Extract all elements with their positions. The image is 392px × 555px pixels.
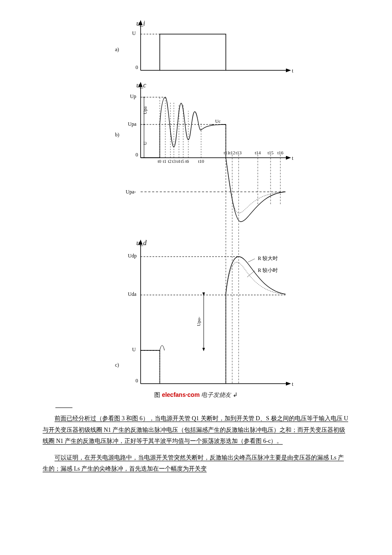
- paragraph-2: 可以证明，在开关电源电路中，当电源开关管突然关断时，反激输出尖峰高压脉冲主要是由…: [43, 452, 349, 475]
- p1-text: 前面已经分析过（参看图 3 和图 6），当电源开关管 Q1 关断时，加到开关管 …: [43, 415, 348, 444]
- tick-Up: Up: [130, 93, 136, 99]
- p2-text: 可以证明，在开关电源电路中，当电源开关管突然关断时，反激输出尖峰高压脉冲主要是由…: [43, 454, 344, 472]
- bracket-u: U: [142, 142, 147, 145]
- panel-c: u_d t Udp Uda U 0 c) Upa- R 较大时 R 较小时: [115, 239, 294, 387]
- t4: t4: [176, 159, 180, 164]
- t3: t3: [172, 159, 176, 164]
- waveform-diagram: u_i t U 0 a) u_c t Up Upa 0 b) Upa U Uc: [89, 17, 303, 399]
- caption-logo: elecfans·com: [162, 391, 200, 398]
- anno-r-large: R 较大时: [258, 255, 278, 261]
- tick-Upa: Upa: [128, 121, 137, 127]
- short-rule: [55, 408, 72, 408]
- t5: t5: [181, 159, 184, 164]
- t13: t13: [236, 150, 242, 155]
- tick-U-c: U: [132, 347, 136, 353]
- tick-0-a: 0: [135, 64, 138, 70]
- x-axis-label-c: t: [292, 381, 294, 387]
- svg-line-36: [247, 271, 255, 277]
- y-axis-label-c: u_d: [136, 239, 147, 246]
- t14: t14: [255, 150, 261, 155]
- t10: t10: [198, 159, 205, 164]
- uc-label: Uc: [215, 119, 221, 124]
- figure-caption: 图 elecfans·com 电子发烧友 ↲: [89, 391, 303, 399]
- svg-line-35: [248, 259, 255, 262]
- t11: t11: [224, 150, 230, 155]
- caption-prefix: 图: [154, 392, 160, 398]
- tick-Upa-: Upa-: [126, 189, 136, 195]
- y-axis-label-b: u_c: [136, 81, 146, 89]
- panel-label-c: c): [115, 362, 119, 368]
- t15: t15: [268, 150, 274, 155]
- bracket-upa: Upa: [142, 107, 147, 114]
- paragraph-1: 前面已经分析过（参看图 3 和图 6），当电源开关管 Q1 关断时，加到开关管 …: [43, 413, 349, 447]
- tick-0-b: 0: [135, 152, 138, 158]
- anno-r-small: R 较小时: [258, 267, 278, 273]
- x-axis-label-a: t: [292, 68, 294, 74]
- bracket-upa-minus: Upa-: [196, 317, 201, 326]
- t16: t16: [277, 150, 284, 155]
- panel-label-b: b): [115, 132, 119, 138]
- t12: t12: [229, 150, 235, 155]
- tick-U-a: U: [132, 30, 136, 36]
- panel-label-a: a): [115, 46, 119, 52]
- panel-b: u_c t Up Upa 0 b) Upa U Uc t0 t1 t2 t3: [115, 81, 294, 384]
- tick-Uda: Uda: [128, 291, 137, 297]
- tick-0-c: 0: [135, 378, 138, 384]
- t1: t1: [163, 159, 167, 164]
- caption-tag: 电子发烧友: [201, 392, 231, 398]
- diagram-svg: u_i t U 0 a) u_c t Up Upa 0 b) Upa U Uc: [89, 17, 303, 388]
- panel-a: u_i t U 0 a): [115, 20, 294, 74]
- figure-block: u_i t U 0 a) u_c t Up Upa 0 b) Upa U Uc: [43, 17, 349, 399]
- x-axis-label-b: t: [292, 155, 294, 161]
- t2: t2: [168, 159, 172, 164]
- tick-Udp: Udp: [128, 253, 137, 259]
- t0: t0: [158, 159, 161, 164]
- t6: t6: [185, 159, 189, 164]
